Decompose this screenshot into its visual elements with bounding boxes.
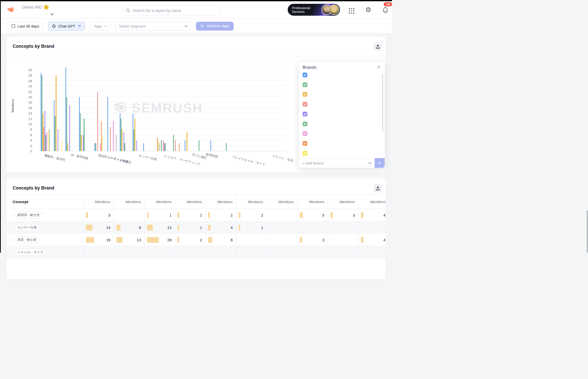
y-tick-label: 10 xyxy=(22,122,32,126)
mentions-column-header[interactable]: Mentions xyxy=(206,195,236,209)
mentions-cell: 5 xyxy=(297,209,328,221)
gridline xyxy=(38,97,287,97)
cell-value-bar xyxy=(300,212,303,218)
workspace-title[interactable]: Demo AIO ♛ xyxy=(22,5,49,10)
notifications-bell-icon[interactable] xyxy=(382,7,389,14)
search-icon xyxy=(126,8,130,13)
gridline xyxy=(38,75,287,75)
close-icon[interactable]: ✕ xyxy=(377,64,381,70)
brand-checkbox[interactable] xyxy=(303,131,307,136)
brands-scrollbar[interactable] xyxy=(382,73,383,131)
chevron-down-icon[interactable] xyxy=(368,161,372,164)
brand-checkbox[interactable] xyxy=(303,73,307,77)
cell-value: 4 xyxy=(383,213,385,217)
brand-checkbox[interactable] xyxy=(303,102,307,107)
brand-checkbox[interactable] xyxy=(303,122,307,126)
concept-tag[interactable]: 耐環境・耐久性 xyxy=(14,212,43,219)
cell-value-bar xyxy=(208,237,212,243)
brand-checkbox[interactable] xyxy=(303,151,307,156)
mentions-cell xyxy=(328,221,358,234)
add-brand-button[interactable]: + xyxy=(375,158,385,168)
cell-value-bar xyxy=(300,237,302,243)
brand-checkbox[interactable] xyxy=(303,141,307,146)
concept-tag[interactable]: 画質・静止画 xyxy=(14,236,39,243)
cell-value-bar xyxy=(86,237,94,243)
bar-blue xyxy=(210,140,211,151)
brand-filter-chip[interactable]: Chat GPT ✕ xyxy=(48,22,85,31)
segment-select[interactable]: Select Segment xyxy=(115,22,191,31)
mentions-column-header[interactable]: Mentions xyxy=(175,195,206,209)
brand-checkbox[interactable] xyxy=(303,82,307,87)
y-tick-label: 16 xyxy=(22,106,32,110)
pro-badge-line2: Services xyxy=(292,10,310,14)
table-row: 画質・静止画1913282834 xyxy=(6,234,386,246)
mentions-cell: 14 xyxy=(83,221,114,234)
concepts-by-brand-table-card: Concepts by Brand ConceptMentionsMention… xyxy=(6,178,386,253)
screen-edge xyxy=(0,0,392,1)
brand-checkbox[interactable] xyxy=(303,112,307,116)
chevron-down-icon xyxy=(104,24,107,27)
mentions-cell: 4 xyxy=(358,234,386,246)
app-grid-icon[interactable] xyxy=(349,8,354,14)
bar-amber xyxy=(186,132,187,151)
tags-dropdown[interactable]: Tags xyxy=(90,22,110,31)
bar-yellow xyxy=(61,140,62,151)
mentions-column-header[interactable]: Mentions xyxy=(297,195,328,209)
cell-value-bar xyxy=(208,225,211,230)
brand-legend-item xyxy=(303,92,307,97)
workspace-chevron-down-icon[interactable] xyxy=(50,12,54,16)
cell-value: 28 xyxy=(167,238,172,242)
bar-orange xyxy=(157,138,158,151)
bar-green2 xyxy=(165,143,166,151)
brand-checkbox[interactable] xyxy=(303,92,307,97)
cell-value-bar xyxy=(147,212,149,218)
concept-column-header[interactable]: Concept xyxy=(6,195,83,209)
mentions-cell xyxy=(297,246,328,253)
report-search[interactable] xyxy=(122,5,221,16)
gridline xyxy=(38,91,287,92)
mentions-cell: 1 xyxy=(144,209,175,221)
brands-legend-panel: Brands ✕ + Add Brand + xyxy=(299,62,385,168)
export-table-button[interactable] xyxy=(374,184,382,193)
semrush-logo[interactable] xyxy=(7,7,14,13)
mentions-cell: 28 xyxy=(144,234,175,246)
cell-value-bar xyxy=(239,212,240,218)
mentions-column-header[interactable]: Mentions xyxy=(236,195,267,209)
concept-tag[interactable]: ジャンル・タイプ xyxy=(14,249,46,253)
search-input[interactable] xyxy=(133,8,218,13)
add-brand-input[interactable]: + Add Brand xyxy=(299,161,369,165)
gridline xyxy=(38,86,287,86)
mentions-cell: 2 xyxy=(175,209,206,221)
professional-services-badge[interactable]: Professional Services xyxy=(288,4,340,16)
mentions-cell xyxy=(114,209,144,221)
bar-grey xyxy=(116,135,117,151)
date-range-label: Last 30 days xyxy=(18,24,39,28)
mentions-column-header[interactable]: Mentions xyxy=(144,195,175,209)
brand-legend-item xyxy=(303,141,307,146)
avatar xyxy=(329,5,339,15)
mentions-column-header[interactable]: Mentions xyxy=(328,195,358,209)
divider xyxy=(6,56,386,56)
mentions-cell xyxy=(358,246,386,253)
x-axis-category-label: ビジネス・マーケティング xyxy=(164,154,201,167)
refresh-data-button[interactable]: ↻ Refresh data xyxy=(196,22,234,31)
mentions-cell xyxy=(236,246,267,253)
tags-label: Tags xyxy=(94,24,102,28)
x-axis-category-label: af・連写性能 xyxy=(70,153,89,161)
date-range-button[interactable]: Last 30 days xyxy=(8,22,43,31)
mentions-column-header[interactable]: Mentions xyxy=(358,195,386,209)
chip-close-icon[interactable]: ✕ xyxy=(78,24,81,28)
bar-purple xyxy=(69,105,70,151)
export-chart-button[interactable] xyxy=(374,42,382,51)
mentions-cell xyxy=(358,221,386,234)
screen-edge xyxy=(0,0,1,253)
mentions-cell: 3 xyxy=(83,209,114,221)
mentions-column-header[interactable]: Mentions xyxy=(83,195,114,209)
mentions-column-header[interactable]: Mentions xyxy=(114,195,144,209)
settings-gear-icon[interactable]: ⚙ xyxy=(365,6,371,14)
notification-count-badge: 136 xyxy=(384,2,392,6)
concept-tag[interactable]: センサー仕様 xyxy=(14,224,40,231)
mentions-cell xyxy=(267,246,297,253)
mentions-column-header[interactable]: Mentions xyxy=(267,195,297,209)
bar-blue xyxy=(107,97,108,151)
